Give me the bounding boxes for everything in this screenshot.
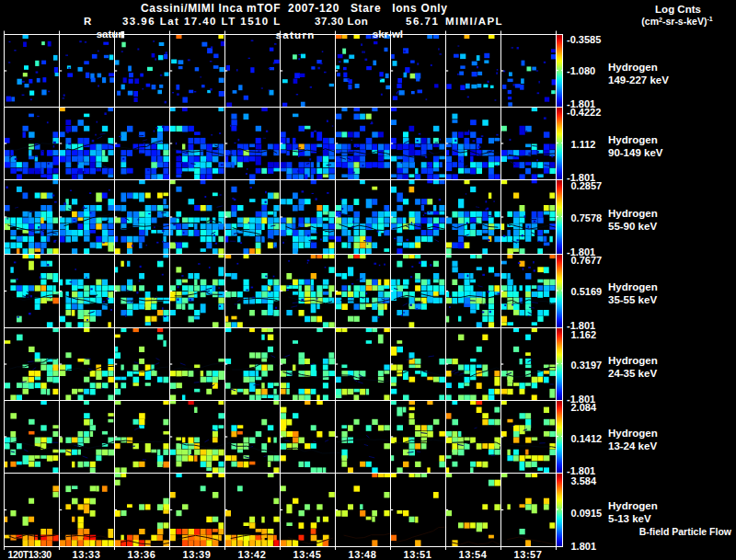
- svg-text:R: R: [84, 16, 92, 27]
- svg-text:Hydrogen: Hydrogen: [608, 62, 658, 73]
- svg-text:1.162: 1.162: [571, 329, 597, 340]
- svg-text:-0.4222: -0.4222: [567, 107, 601, 118]
- svg-text:0.5169: 0.5169: [571, 286, 603, 297]
- svg-text:0.3197: 0.3197: [571, 360, 603, 371]
- svg-text:13:54: 13:54: [459, 549, 488, 560]
- svg-text:1.112: 1.112: [571, 139, 596, 150]
- svg-text:13-24 keV: 13-24 keV: [608, 440, 657, 451]
- svg-text:0.2857: 0.2857: [571, 180, 603, 191]
- svg-text:33.96 Lat 17.40 LT 1510 L: 33.96 Lat 17.40 LT 1510 L: [122, 16, 282, 27]
- svg-text:13:51: 13:51: [404, 549, 432, 560]
- svg-text:13:48: 13:48: [349, 549, 377, 560]
- svg-text:Hydrogen: Hydrogen: [608, 500, 658, 511]
- svg-text:2.084: 2.084: [571, 402, 597, 413]
- svg-text:0.0915: 0.0915: [571, 508, 603, 519]
- svg-text:0.7677: 0.7677: [571, 255, 603, 266]
- svg-text:149-227 keV: 149-227 keV: [608, 74, 669, 86]
- svg-text:Log Cnts: Log Cnts: [655, 4, 701, 15]
- svg-text:Cassini/MIMI Inca mTOF 2007-1: Cassini/MIMI Inca mTOF 2007-120 Stare Io…: [141, 2, 448, 15]
- svg-text:56.71: 56.71: [406, 16, 439, 27]
- svg-text:Hydrogen: Hydrogen: [608, 281, 658, 292]
- svg-text:-0.3585: -0.3585: [567, 34, 601, 45]
- svg-text:13:39: 13:39: [183, 549, 212, 560]
- svg-text:skr-wl: skr-wl: [373, 29, 403, 40]
- svg-text:5-13 keV: 5-13 keV: [608, 513, 651, 524]
- svg-text:90-149 keV: 90-149 keV: [608, 147, 663, 158]
- svg-text:-1.080: -1.080: [567, 65, 595, 76]
- svg-text:(cm2-sr-s-keV)-1: (cm2-sr-s-keV)-1: [641, 16, 712, 27]
- svg-text:Hydrogen: Hydrogen: [608, 208, 658, 219]
- svg-text:13:33: 13:33: [73, 549, 101, 560]
- svg-text:37.30 Lon: 37.30 Lon: [315, 16, 368, 27]
- svg-text:0.7578: 0.7578: [571, 212, 603, 223]
- svg-text:13:57: 13:57: [514, 549, 543, 560]
- svg-text:Hydrogen: Hydrogen: [608, 428, 658, 439]
- svg-text:55-90 keV: 55-90 keV: [608, 221, 657, 232]
- svg-text:saturn: saturn: [276, 29, 316, 40]
- svg-text:0.1412: 0.1412: [571, 433, 603, 444]
- svg-text:1.801: 1.801: [571, 541, 597, 552]
- svg-text:35-55 keV: 35-55 keV: [608, 294, 657, 305]
- svg-text:-1.801: -1.801: [567, 465, 595, 476]
- svg-text:13:45: 13:45: [293, 549, 322, 560]
- svg-text:MIMI/APL: MIMI/APL: [445, 16, 503, 27]
- svg-text:satur: satur: [97, 29, 123, 40]
- svg-text:Hydrogen: Hydrogen: [608, 134, 658, 145]
- svg-text:3.584: 3.584: [571, 475, 597, 486]
- svg-text:13:36: 13:36: [128, 549, 156, 560]
- svg-text:120T13:30: 120T13:30: [8, 549, 52, 560]
- svg-text:Hydrogen: Hydrogen: [608, 355, 658, 366]
- svg-text:B-field Particle Flow: B-field Particle Flow: [639, 526, 732, 537]
- svg-text:24-35 keV: 24-35 keV: [608, 368, 657, 379]
- svg-text:13:42: 13:42: [238, 549, 267, 560]
